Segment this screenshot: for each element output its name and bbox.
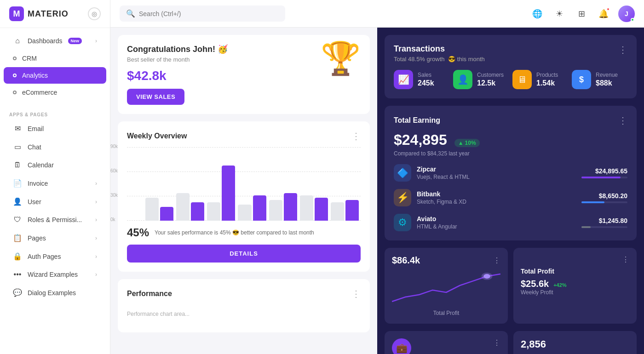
- performance-title: Performance: [127, 290, 172, 298]
- search-input[interactable]: [139, 10, 219, 17]
- total-profit-label: Total Profit: [392, 310, 500, 316]
- performance-card: Performance ⋮ Performance chart area...: [118, 279, 370, 332]
- project-icon: 💼: [392, 338, 411, 354]
- progress-fill: [581, 201, 604, 203]
- more-icon[interactable]: ⋮: [618, 115, 627, 126]
- search-bar[interactable]: 🔍: [120, 6, 285, 22]
- weekly-title: Weekly Overview: [127, 132, 187, 140]
- chart-percent: 45%: [127, 226, 149, 239]
- search-icon: 🔍: [126, 9, 135, 18]
- lock-icon: 🔒: [13, 252, 22, 261]
- stat-label: Revenue: [596, 72, 618, 78]
- earning-amount: $24,895: [394, 131, 447, 148]
- email-icon: ✉: [13, 124, 22, 133]
- chart-desc: Your sales performance is 45% 😎 better c…: [155, 229, 314, 237]
- more-icon[interactable]: ⋮: [622, 255, 629, 264]
- total-profit-chart-card: $86.4k ⋮ Total Profit: [385, 248, 508, 324]
- sidebar-item-dashboards[interactable]: ⌂ Dashboards New ›: [4, 32, 106, 50]
- project-total-count: 2,856: [521, 338, 629, 350]
- new-badge: New: [68, 38, 82, 44]
- earning-item-zipcar: 🔷 Zipcar Vuejs, React & HTML $24,895.65: [394, 164, 627, 182]
- bar-gray: [145, 198, 159, 221]
- company-name: Bitbank: [417, 190, 576, 198]
- more-icon[interactable]: ⋮: [351, 288, 361, 299]
- performance-content: Performance chart area...: [127, 305, 361, 323]
- bar-purple: [284, 193, 297, 221]
- bar-purple: [253, 195, 266, 221]
- card-header: Performance ⋮: [127, 288, 361, 299]
- nav-apps: APPS & PAGES ✉ Email ▭ Chat 🗓 Calendar 📄…: [0, 105, 110, 306]
- sidebar-item-chat[interactable]: ▭ Chat: [4, 138, 106, 156]
- chart-bottom: 45% Your sales performance is 45% 😎 bett…: [127, 226, 361, 239]
- content-grid: Congratulations John! 🥳 Best seller of t…: [110, 28, 644, 354]
- congrats-card: Congratulations John! 🥳 Best seller of t…: [118, 35, 370, 114]
- sidebar-item-roles[interactable]: 🛡 Roles & Permissi... ›: [4, 211, 106, 228]
- weekly-profit-amount: $25.6k: [521, 279, 549, 289]
- sidebar-item-invoice[interactable]: 📄 Invoice ›: [4, 174, 106, 192]
- total-profit-amount: $86.4k: [392, 255, 420, 266]
- bar-group: [331, 200, 359, 221]
- aviato-logo: ⚙: [394, 214, 411, 231]
- company-name: Zipcar: [417, 166, 576, 173]
- sidebar-item-pages[interactable]: 📋 Pages ›: [4, 229, 106, 247]
- topbar: 🔍 🌐 ☀ ⊞ 🔔 J: [110, 0, 644, 28]
- grid-icon[interactable]: ⊞: [574, 6, 589, 21]
- theme-icon[interactable]: ☀: [552, 6, 567, 21]
- sidebar-item-calendar[interactable]: 🗓 Calendar: [4, 156, 106, 174]
- sidebar-item-label: User: [28, 198, 41, 206]
- line-chart-svg: [392, 269, 500, 306]
- mini-chart-card: 2,856: [513, 331, 637, 354]
- chevron-right-icon: ›: [95, 271, 97, 278]
- sidebar-item-analytics[interactable]: Analytics: [4, 67, 106, 84]
- earning-item-aviato: ⚙ Aviato HTML & Angular $1,245.80: [394, 214, 627, 231]
- earning-value: $8,650.20: [581, 192, 627, 200]
- trophy-icon: 🏆: [321, 40, 361, 77]
- stat-revenue: $ Revenue $88k: [572, 70, 627, 89]
- details-button[interactable]: DETAILS: [127, 245, 361, 263]
- sidebar-item-label: Wizard Examples: [28, 271, 78, 278]
- more-icon[interactable]: ⋮: [493, 338, 500, 347]
- target-icon[interactable]: ◎: [88, 7, 101, 20]
- sidebar-item-user[interactable]: 👤 User ›: [4, 193, 106, 211]
- bar-group: [300, 195, 328, 221]
- pages-icon: 📋: [13, 234, 22, 242]
- stat-label: Sales: [418, 72, 434, 78]
- translate-icon[interactable]: 🌐: [530, 6, 545, 21]
- sidebar-item-wizard[interactable]: ••• Wizard Examples ›: [4, 266, 106, 283]
- bar-group: [269, 193, 297, 221]
- progress-bar: [581, 177, 627, 178]
- progress-fill: [581, 226, 591, 228]
- earning-info: Aviato HTML & Angular: [417, 215, 576, 230]
- project-row: 💼 ⋮ New Project 862 -18% Yearly Project …: [385, 331, 637, 354]
- view-sales-button[interactable]: VIEW SALES: [127, 89, 184, 105]
- sidebar-item-email[interactable]: ✉ Email: [4, 120, 106, 137]
- earning-compare: Compared to $84,325 last year: [394, 150, 627, 157]
- company-name: Aviato: [417, 215, 576, 223]
- more-icon[interactable]: ⋮: [493, 256, 500, 265]
- sidebar-item-auth[interactable]: 🔒 Auth Pages ›: [4, 247, 106, 265]
- growth-badge: ▲ 10%: [454, 139, 480, 147]
- section-label: APPS & PAGES: [0, 108, 110, 119]
- sidebar-item-label: Email: [28, 125, 44, 132]
- sidebar-item-label: Dialog Examples: [28, 289, 76, 297]
- transactions-title: Transactions: [394, 44, 485, 54]
- company-tech: HTML & Angular: [417, 223, 576, 230]
- earning-right: $1,245.80: [581, 217, 627, 228]
- sidebar-item-dialog[interactable]: 💬 Dialog Examples: [4, 284, 106, 302]
- dot-icon: [13, 74, 17, 77]
- bar-purple: [160, 207, 173, 221]
- avatar[interactable]: J: [618, 6, 635, 22]
- more-icon[interactable]: ⋮: [618, 44, 627, 55]
- earning-item-bitbank: ⚡ Bitbank Sketch, Figma & XD $8,650.20: [394, 189, 627, 206]
- bar-purple: [345, 200, 359, 221]
- emoji-icon: 😎: [448, 56, 455, 63]
- earning-title: Total Earning: [394, 116, 440, 125]
- dot-icon: [13, 91, 17, 94]
- online-indicator: [631, 18, 634, 22]
- sidebar-item-crm[interactable]: CRM: [4, 50, 106, 67]
- more-icon[interactable]: ⋮: [351, 131, 361, 142]
- sidebar-item-ecommerce[interactable]: eCommerce: [4, 84, 106, 101]
- stat-value: 245k: [418, 79, 434, 87]
- transactions-card: Transactions Total 48.5% growth 😎 this m…: [385, 35, 637, 98]
- bar-purple: [191, 202, 204, 221]
